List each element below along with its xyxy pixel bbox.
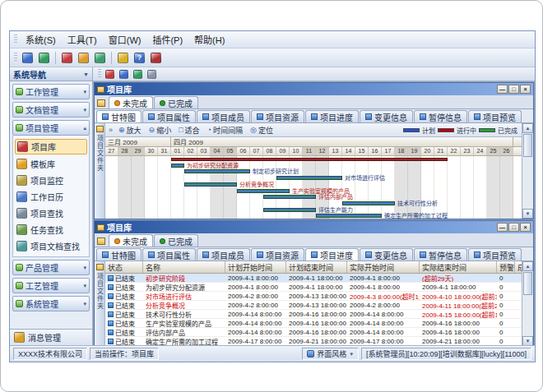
column-header-actual-end[interactable]: 实际结束时间 [420,261,497,273]
sidebar-panel-process-mgmt[interactable]: 工艺管理▾ [12,278,90,293]
chart-view-button[interactable] [132,68,144,81]
scroll-up-button[interactable]: ▲ [522,123,533,133]
time-interval-button[interactable]: ◔时间间隔 [204,124,246,136]
filter-tab-unfinished[interactable]: 未完成 [109,96,153,108]
column-header-actual-start[interactable]: 实际开始时间 [347,261,420,273]
sidebar-item-project-monitor[interactable]: 项目监控 [15,173,87,187]
table-row[interactable]: 已结束初步研究阶段2009-4-1 8:00:002009-4-1 18:00:… [105,274,522,283]
gantt-bar-summary[interactable] [171,158,448,161]
gantt-bar-task[interactable] [184,169,250,173]
view-tab-members[interactable]: 项目成员 [197,248,250,261]
gantt-bar-task[interactable] [263,195,316,199]
sidebar-panel-product-mgmt[interactable]: 产品管理▾ [12,260,90,275]
sidebar-panel-project-mgmt[interactable]: 项目管理▴ [12,120,90,136]
column-header-name[interactable]: 名称 [143,261,225,273]
column-header-plan-start[interactable]: 计划开始时间 [225,261,286,273]
sidebar-item-task-search[interactable]: 任务查找 [15,223,87,237]
restore-button[interactable]: □ [508,85,519,94]
filter-tab-finished[interactable]: 已完成 [154,234,198,247]
gantt-bar-task[interactable] [263,208,316,212]
gantt-bar-task[interactable] [276,176,342,180]
menu-tools[interactable]: 工具(T) [62,31,103,48]
folder-side-tab[interactable]: 项目文件夹 [95,123,105,219]
exit-button[interactable] [148,50,164,66]
view-tab-pauses[interactable]: 暂停信息 [414,248,467,261]
lock-button[interactable] [115,50,131,66]
minimize-button[interactable]: — [497,223,508,232]
info-view-button[interactable] [146,68,158,81]
window-titlebar[interactable]: 项目库 —□× [95,221,533,233]
view-tab-pauses[interactable]: 暂停信息 [414,110,467,122]
window-titlebar[interactable]: 项目库 —□× [95,83,533,95]
project-window-button[interactable] [104,68,116,81]
folder-side-tab[interactable]: 项目文件夹 [95,261,105,346]
table-vertical-scrollbar[interactable]: ▲ ▼ [522,261,533,346]
sidebar-collapse-icon[interactable]: ▼ [83,71,89,77]
sidebar-panel-system-mgmt[interactable]: 系统管理▾ [12,296,90,311]
zoom-in-button[interactable]: ⊕放大 [115,124,145,136]
menu-help[interactable]: 帮助(H) [188,31,230,48]
sidebar-item-project-library[interactable]: 项目库 [15,139,87,154]
view-tab-resources[interactable]: 项目资源 [251,248,304,261]
sidebar-item-project-search[interactable]: 项目查找 [15,206,87,220]
monitor-button[interactable] [92,50,108,66]
view-tab-props[interactable]: 项目属性 [142,248,196,261]
menu-plugins[interactable]: 插件(P) [146,31,188,48]
column-header-plan-end[interactable]: 计划结束时间 [286,261,347,273]
sidebar-item-template-library[interactable]: 模板库 [15,157,87,171]
table-row[interactable]: 已结束为初步研究分配资源2009-4-1 8:00:002009-4-1 18:… [105,283,522,292]
grid-view-button[interactable] [118,68,130,81]
gantt-bar-task[interactable] [237,189,290,193]
minimize-button[interactable]: — [497,85,508,94]
sidebar-panel-work-mgmt[interactable]: 工作管理▾ [12,84,90,99]
save-button[interactable] [20,50,35,66]
view-tab-changes[interactable]: 变更信息 [360,248,413,261]
table-row[interactable]: 已结束生产实验室规模的产品2009-4-14 8:00:002009-4-16 … [105,319,522,328]
gantt-bar-task[interactable] [171,164,184,168]
filter-tab-unfinished[interactable]: 未完成 [109,234,153,247]
scroll-down-button[interactable]: ▼ [522,209,533,219]
ui-style-dropdown[interactable]: 界面风格 ▼ [302,348,359,360]
help-button[interactable]: ? [132,50,147,66]
view-tab-gantt[interactable]: 甘特图 [96,248,142,261]
view-tab-gantt[interactable]: 甘特图 [96,110,142,122]
zoom-out-button[interactable]: ⊖缩小 [146,124,175,136]
table-row[interactable]: 已结束对市场进行评估2009-4-2 8:00:002009-4-13 18:0… [105,292,522,301]
view-tab-progress[interactable]: 项目进度 [305,110,359,122]
homepage-button[interactable] [36,50,52,66]
restore-button[interactable]: □ [508,223,519,232]
sidebar-item-work-calendar[interactable]: 工作日历 [15,190,87,204]
column-header-warning[interactable]: 预警 [497,261,515,273]
view-tab-props[interactable]: 项目属性 [142,110,196,122]
fit-button[interactable]: □适合 [175,124,202,136]
close-button[interactable]: × [520,85,531,94]
gantt-bar-task[interactable] [184,182,237,187]
view-tab-preview[interactable]: 项目预览 [468,248,522,261]
report-button[interactable] [76,50,91,66]
sidebar-item-label: 任务查找 [30,224,63,236]
sidebar-item-project-doc-search[interactable]: 项目文档查找 [15,239,87,253]
view-tab-preview[interactable]: 项目预览 [468,110,522,122]
project-button[interactable] [59,50,75,66]
table-row[interactable]: 已结束评估内部产品2009-4-14 8:00:002009-4-16 18:0… [105,328,522,337]
view-tab-resources[interactable]: 项目资源 [251,110,304,122]
sidebar-panel-doc-mgmt[interactable]: 文档管理▾ [12,102,90,118]
view-tab-changes[interactable]: 变更信息 [360,110,413,122]
scroll-thumb[interactable] [523,134,532,157]
menu-system[interactable]: 系统(S) [20,31,62,48]
view-tab-members[interactable]: 项目成员 [197,110,250,122]
sidebar-tab-message-mgmt[interactable]: 消息管理 [10,329,92,345]
gantt-bar-task[interactable] [342,201,395,205]
scroll-up-button[interactable]: ▲ [522,261,533,271]
filter-tab-finished[interactable]: 已完成 [154,96,198,108]
gantt-vertical-scrollbar[interactable]: ▲ ▼ [522,123,533,219]
close-button[interactable]: × [520,223,531,232]
menu-window[interactable]: 窗口(W) [103,31,147,48]
column-header-status[interactable]: 状态 [105,261,143,273]
gantt-bar-task[interactable] [316,214,382,218]
view-tab-progress[interactable]: 项目进度 [305,248,359,261]
table-row[interactable]: 已结束分析竞争概况2009-4-2 8:00:002009-4-13 18:00… [105,301,522,310]
scroll-thumb[interactable] [523,272,532,295]
table-row[interactable]: 已结束技术可行性分析2009-4-14 8:00:002009-4-16 18:… [105,310,522,319]
locate-button[interactable]: ◎定位 [247,124,276,136]
